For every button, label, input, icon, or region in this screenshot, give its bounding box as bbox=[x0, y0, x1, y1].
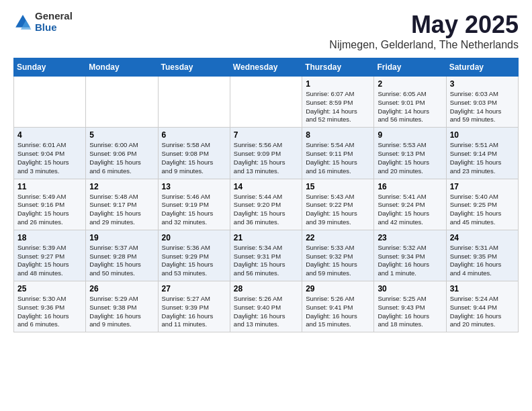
day-number: 10 bbox=[450, 130, 515, 140]
day-cell: 13Sunrise: 5:46 AMSunset: 9:19 PMDayligh… bbox=[158, 179, 230, 230]
day-cell bbox=[14, 77, 86, 128]
day-number: 21 bbox=[234, 233, 298, 242]
day-cell: 8Sunrise: 5:54 AMSunset: 9:11 PMDaylight… bbox=[302, 128, 374, 179]
day-info: Sunrise: 5:43 AMSunset: 9:22 PMDaylight:… bbox=[306, 193, 370, 227]
day-number: 14 bbox=[234, 182, 298, 191]
day-cell: 25Sunrise: 5:30 AMSunset: 9:36 PMDayligh… bbox=[14, 281, 86, 332]
day-header-monday: Monday bbox=[86, 58, 158, 77]
day-cell: 12Sunrise: 5:48 AMSunset: 9:17 PMDayligh… bbox=[86, 179, 158, 230]
day-header-thursday: Thursday bbox=[302, 58, 374, 77]
day-number: 1 bbox=[306, 79, 370, 89]
day-number: 27 bbox=[162, 284, 226, 293]
day-cell: 21Sunrise: 5:34 AMSunset: 9:31 PMDayligh… bbox=[230, 230, 302, 281]
week-row-1: 1Sunrise: 6:07 AMSunset: 8:59 PMDaylight… bbox=[14, 77, 519, 128]
day-number: 25 bbox=[17, 284, 82, 293]
day-cell: 27Sunrise: 5:27 AMSunset: 9:39 PMDayligh… bbox=[158, 281, 230, 332]
day-number: 2 bbox=[378, 79, 442, 89]
logo-icon bbox=[13, 13, 32, 32]
day-number: 26 bbox=[89, 284, 154, 293]
day-number: 29 bbox=[306, 284, 370, 293]
day-cell: 20Sunrise: 5:36 AMSunset: 9:29 PMDayligh… bbox=[158, 230, 230, 281]
day-number: 30 bbox=[378, 284, 442, 293]
day-info: Sunrise: 6:05 AMSunset: 9:01 PMDaylight:… bbox=[378, 90, 442, 124]
calendar-title: May 2025 bbox=[329, 11, 519, 39]
day-number: 8 bbox=[306, 130, 370, 140]
day-info: Sunrise: 5:26 AMSunset: 9:40 PMDaylight:… bbox=[234, 295, 298, 329]
day-cell: 23Sunrise: 5:32 AMSunset: 9:34 PMDayligh… bbox=[374, 230, 446, 281]
day-cell: 6Sunrise: 5:58 AMSunset: 9:08 PMDaylight… bbox=[158, 128, 230, 179]
day-cell bbox=[158, 77, 230, 128]
day-cell: 11Sunrise: 5:49 AMSunset: 9:16 PMDayligh… bbox=[14, 179, 86, 230]
day-number: 16 bbox=[378, 182, 442, 191]
day-number: 24 bbox=[450, 233, 515, 242]
day-number: 3 bbox=[450, 79, 515, 89]
day-info: Sunrise: 5:51 AMSunset: 9:14 PMDaylight:… bbox=[450, 141, 515, 175]
day-number: 31 bbox=[450, 284, 515, 293]
day-info: Sunrise: 5:25 AMSunset: 9:43 PMDaylight:… bbox=[378, 295, 442, 329]
day-number: 15 bbox=[306, 182, 370, 191]
day-header-tuesday: Tuesday bbox=[158, 58, 230, 77]
day-cell: 4Sunrise: 6:01 AMSunset: 9:04 PMDaylight… bbox=[14, 128, 86, 179]
day-cell: 5Sunrise: 6:00 AMSunset: 9:06 PMDaylight… bbox=[86, 128, 158, 179]
day-cell: 17Sunrise: 5:40 AMSunset: 9:25 PMDayligh… bbox=[446, 179, 518, 230]
title-block: May 2025 Nijmegen, Gelderland, The Nethe… bbox=[329, 11, 519, 51]
day-info: Sunrise: 5:39 AMSunset: 9:27 PMDaylight:… bbox=[17, 244, 82, 278]
day-number: 7 bbox=[234, 130, 298, 140]
day-cell: 31Sunrise: 5:24 AMSunset: 9:44 PMDayligh… bbox=[446, 281, 518, 332]
day-info: Sunrise: 5:24 AMSunset: 9:44 PMDaylight:… bbox=[450, 295, 515, 329]
day-header-friday: Friday bbox=[374, 58, 446, 77]
logo-text: General Blue bbox=[35, 11, 73, 33]
day-info: Sunrise: 6:07 AMSunset: 8:59 PMDaylight:… bbox=[306, 90, 370, 124]
day-number: 22 bbox=[306, 233, 370, 242]
logo-general: General bbox=[35, 11, 73, 22]
day-info: Sunrise: 5:33 AMSunset: 9:32 PMDaylight:… bbox=[306, 244, 370, 278]
day-number: 4 bbox=[17, 130, 82, 140]
day-number: 12 bbox=[89, 182, 154, 191]
day-number: 11 bbox=[17, 182, 82, 191]
calendar-table: SundayMondayTuesdayWednesdayThursdayFrid… bbox=[13, 58, 519, 332]
day-info: Sunrise: 5:26 AMSunset: 9:41 PMDaylight:… bbox=[306, 295, 370, 329]
day-cell: 26Sunrise: 5:29 AMSunset: 9:38 PMDayligh… bbox=[86, 281, 158, 332]
day-number: 9 bbox=[378, 130, 442, 140]
logo-blue: Blue bbox=[35, 22, 73, 34]
day-info: Sunrise: 5:53 AMSunset: 9:13 PMDaylight:… bbox=[378, 141, 442, 175]
day-cell: 19Sunrise: 5:37 AMSunset: 9:28 PMDayligh… bbox=[86, 230, 158, 281]
day-number: 5 bbox=[89, 130, 154, 140]
day-number: 6 bbox=[162, 130, 226, 140]
day-info: Sunrise: 5:44 AMSunset: 9:20 PMDaylight:… bbox=[234, 193, 298, 227]
day-info: Sunrise: 6:01 AMSunset: 9:04 PMDaylight:… bbox=[17, 141, 82, 175]
day-info: Sunrise: 5:54 AMSunset: 9:11 PMDaylight:… bbox=[306, 141, 370, 175]
day-cell: 28Sunrise: 5:26 AMSunset: 9:40 PMDayligh… bbox=[230, 281, 302, 332]
day-cell: 1Sunrise: 6:07 AMSunset: 8:59 PMDaylight… bbox=[302, 77, 374, 128]
day-info: Sunrise: 5:46 AMSunset: 9:19 PMDaylight:… bbox=[162, 193, 226, 227]
week-row-3: 11Sunrise: 5:49 AMSunset: 9:16 PMDayligh… bbox=[14, 179, 519, 230]
day-info: Sunrise: 5:30 AMSunset: 9:36 PMDaylight:… bbox=[17, 295, 82, 329]
day-cell: 2Sunrise: 6:05 AMSunset: 9:01 PMDaylight… bbox=[374, 77, 446, 128]
day-number: 20 bbox=[162, 233, 226, 242]
day-info: Sunrise: 5:56 AMSunset: 9:09 PMDaylight:… bbox=[234, 141, 298, 175]
day-info: Sunrise: 5:49 AMSunset: 9:16 PMDaylight:… bbox=[17, 193, 82, 227]
day-info: Sunrise: 5:40 AMSunset: 9:25 PMDaylight:… bbox=[450, 193, 515, 227]
day-number: 19 bbox=[89, 233, 154, 242]
day-info: Sunrise: 5:41 AMSunset: 9:24 PMDaylight:… bbox=[378, 193, 442, 227]
day-info: Sunrise: 6:00 AMSunset: 9:06 PMDaylight:… bbox=[89, 141, 154, 175]
day-cell: 15Sunrise: 5:43 AMSunset: 9:22 PMDayligh… bbox=[302, 179, 374, 230]
day-number: 13 bbox=[162, 182, 226, 191]
day-cell: 7Sunrise: 5:56 AMSunset: 9:09 PMDaylight… bbox=[230, 128, 302, 179]
day-cell: 14Sunrise: 5:44 AMSunset: 9:20 PMDayligh… bbox=[230, 179, 302, 230]
day-info: Sunrise: 5:58 AMSunset: 9:08 PMDaylight:… bbox=[162, 141, 226, 175]
day-info: Sunrise: 5:37 AMSunset: 9:28 PMDaylight:… bbox=[89, 244, 154, 278]
calendar-subtitle: Nijmegen, Gelderland, The Netherlands bbox=[329, 39, 519, 51]
day-number: 18 bbox=[17, 233, 82, 242]
day-info: Sunrise: 5:31 AMSunset: 9:35 PMDaylight:… bbox=[450, 244, 515, 278]
day-header-sunday: Sunday bbox=[14, 58, 86, 77]
day-info: Sunrise: 5:36 AMSunset: 9:29 PMDaylight:… bbox=[162, 244, 226, 278]
day-cell: 3Sunrise: 6:03 AMSunset: 9:03 PMDaylight… bbox=[446, 77, 518, 128]
day-header-wednesday: Wednesday bbox=[230, 58, 302, 77]
day-number: 17 bbox=[450, 182, 515, 191]
day-header-saturday: Saturday bbox=[446, 58, 518, 77]
days-header-row: SundayMondayTuesdayWednesdayThursdayFrid… bbox=[14, 58, 519, 77]
day-cell bbox=[230, 77, 302, 128]
day-info: Sunrise: 6:03 AMSunset: 9:03 PMDaylight:… bbox=[450, 90, 515, 124]
day-info: Sunrise: 5:27 AMSunset: 9:39 PMDaylight:… bbox=[162, 295, 226, 329]
